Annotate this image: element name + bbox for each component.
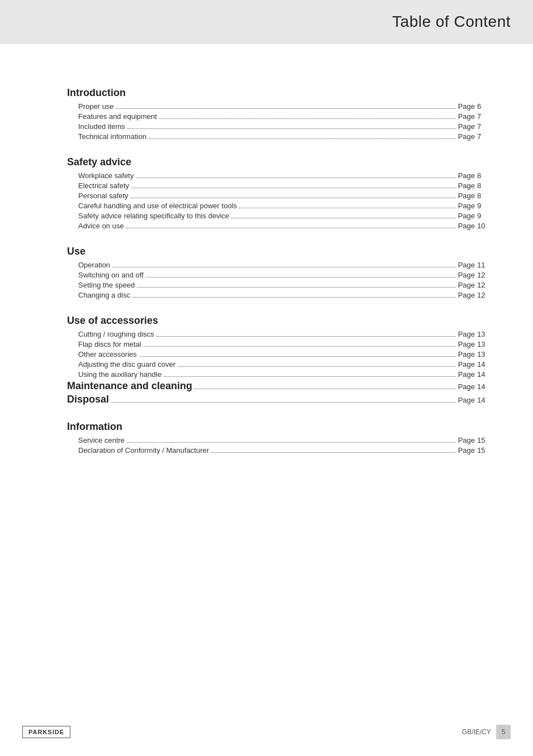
toc-page-number: 7 — [477, 122, 488, 131]
section-heading-label: Maintenance and cleaning — [67, 380, 192, 392]
toc-dots — [127, 128, 456, 129]
toc-page-label: Page — [458, 181, 475, 190]
toc-page-label: Page — [458, 261, 475, 269]
toc-page-number: 12 — [477, 281, 488, 289]
page-title: Table of Content — [392, 13, 511, 31]
toc-content: IntroductionProper usePage6Features and … — [0, 44, 533, 490]
toc-entry: Using the auxiliary handlePage14 — [67, 370, 488, 379]
toc-entry-label: Operation — [78, 261, 110, 269]
toc-dots — [136, 178, 455, 178]
toc-dots — [112, 267, 456, 267]
toc-entry: Advice on usePage10 — [67, 222, 488, 230]
toc-entry: Changing a discPage12 — [67, 291, 488, 299]
toc-page-label: Page — [458, 171, 475, 180]
toc-entry-label: Personal safety — [78, 192, 129, 200]
toc-page-label: Page — [458, 192, 475, 200]
toc-page-number: 14 — [477, 370, 488, 379]
toc-dots — [194, 389, 456, 389]
toc-page-number: 15 — [477, 436, 488, 444]
section-heading-safety-advice: Safety advice — [67, 156, 488, 168]
toc-entry-label: Technical information — [78, 132, 146, 141]
footer-page-number: 5 — [496, 725, 511, 739]
toc-entry: Personal safetyPage8 — [67, 192, 488, 200]
toc-dots — [126, 228, 456, 228]
toc-entry: Workplace safetyPage8 — [67, 171, 488, 180]
toc-dots — [146, 277, 456, 277]
toc-dots — [131, 188, 456, 188]
toc-dots — [132, 297, 455, 298]
toc-page-label: Page — [458, 222, 475, 230]
toc-page-number: 15 — [477, 446, 488, 454]
toc-entry: Cutting / roughing discsPage13 — [67, 330, 488, 338]
toc-page-label: Page — [458, 436, 475, 444]
toc-dots — [156, 336, 456, 337]
toc-entry: Included itemsPage7 — [67, 122, 488, 131]
toc-dots — [164, 376, 456, 377]
toc-page-label: Page — [458, 446, 475, 454]
toc-page-number: 9 — [477, 202, 488, 210]
toc-entry-label: Changing a disc — [78, 291, 130, 299]
toc-dots — [211, 452, 456, 453]
toc-page-number: 11 — [477, 261, 488, 269]
toc-entry: Service centrePage15 — [67, 436, 488, 444]
section-heading-use: Use — [67, 246, 488, 257]
toc-entry-label: Service centre — [78, 436, 125, 444]
toc-dots — [131, 198, 456, 198]
toc-entry-label: Using the auxiliary handle — [78, 370, 161, 379]
toc-section-heading-maintenance-and-cleaning: Maintenance and cleaningPage14 — [67, 380, 488, 392]
toc-entry: Flap discs for metalPage13 — [67, 340, 488, 348]
toc-page-number: 8 — [477, 192, 488, 200]
toc-entry: Technical informationPage7 — [67, 132, 488, 141]
toc-dots — [137, 287, 455, 288]
toc-page-label: Page — [458, 212, 475, 220]
toc-entry: Electrical safetyPage8 — [67, 181, 488, 190]
toc-page-number: 12 — [477, 271, 488, 279]
toc-dots — [178, 366, 455, 367]
toc-entry-label: Adjusting the disc guard cover — [78, 360, 175, 369]
toc-entry: Proper usePage6 — [67, 102, 488, 111]
toc-page-number: 14 — [477, 396, 488, 404]
toc-page-number: 10 — [477, 222, 488, 230]
toc-dots — [127, 442, 456, 443]
toc-dots — [116, 108, 456, 109]
toc-entry-label: Cutting / roughing discs — [78, 330, 154, 338]
toc-page-label: Page — [458, 122, 475, 131]
section-heading-use-of-accessories: Use of accessories — [67, 315, 488, 327]
toc-page-label: Page — [458, 330, 475, 338]
toc-page-number: 9 — [477, 212, 488, 220]
toc-page-label: Page — [458, 202, 475, 210]
toc-entry: OperationPage11 — [67, 261, 488, 269]
toc-page-number: 13 — [477, 340, 488, 348]
toc-page-label: Page — [458, 340, 475, 348]
toc-entry: Careful handling and use of electrical p… — [67, 202, 488, 210]
toc-entry: Setting the speedPage12 — [67, 281, 488, 289]
toc-page-number: 13 — [477, 350, 488, 358]
toc-page-number: 12 — [477, 291, 488, 299]
brand-logo: PARKSIDE — [22, 726, 70, 738]
toc-entry: Safety advice relating specifically to t… — [67, 212, 488, 220]
toc-entry-label: Included items — [78, 122, 125, 131]
toc-dots — [231, 218, 455, 218]
toc-page-label: Page — [458, 382, 475, 391]
toc-entry: Switching on and offPage12 — [67, 271, 488, 279]
toc-section-heading-disposal: DisposalPage14 — [67, 394, 488, 405]
toc-entry-label: Electrical safety — [78, 181, 129, 190]
toc-page-label: Page — [458, 350, 475, 358]
toc-entry-label: Advice on use — [78, 222, 124, 230]
toc-page-label: Page — [458, 396, 475, 404]
toc-page-label: Page — [458, 132, 475, 141]
footer: PARKSIDE GB/IE/CY 5 — [0, 725, 533, 739]
toc-dots — [139, 356, 456, 357]
toc-page-label: Page — [458, 102, 475, 111]
toc-entry-label: Safety advice relating specifically to t… — [78, 212, 229, 220]
toc-entry: Other accessoriesPage13 — [67, 350, 488, 358]
toc-page-label: Page — [458, 360, 475, 369]
toc-entry-label: Setting the speed — [78, 281, 135, 289]
toc-page-label: Page — [458, 112, 475, 121]
toc-page-number: 7 — [477, 132, 488, 141]
toc-entry-label: Proper use — [78, 102, 114, 111]
section-heading-label: Disposal — [67, 394, 109, 405]
toc-page-label: Page — [458, 291, 475, 299]
toc-entry: Declaration of Conformity / Manufacturer… — [67, 446, 488, 454]
section-heading-introduction: Introduction — [67, 87, 488, 99]
